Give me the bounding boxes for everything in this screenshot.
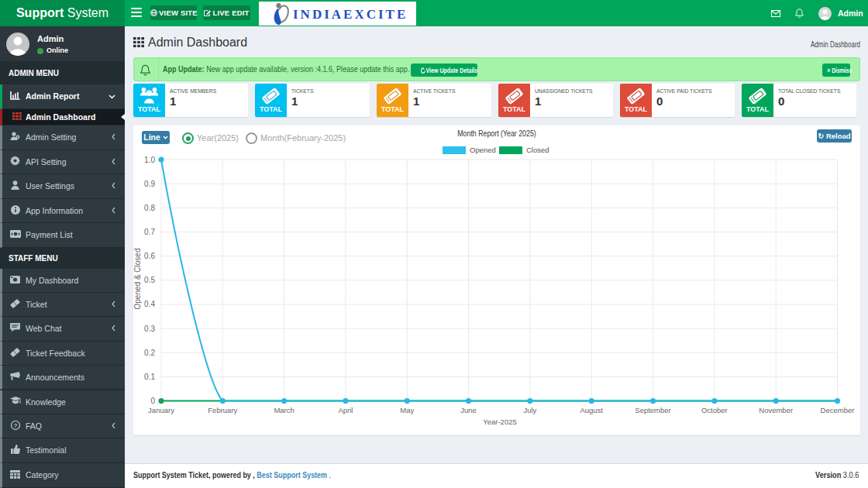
svg-text:0.1: 0.1 (144, 373, 155, 381)
svg-text:May: May (400, 406, 414, 414)
svg-text:June: June (460, 406, 477, 414)
svg-text:0.5: 0.5 (144, 276, 155, 284)
svg-text:0: 0 (150, 397, 155, 405)
svg-text:September: September (635, 406, 670, 414)
svg-text:July: July (523, 406, 536, 414)
svg-text:0.6: 0.6 (144, 252, 155, 260)
svg-text:1.0: 1.0 (144, 156, 155, 164)
svg-text:November: November (759, 406, 793, 414)
svg-text:August: August (580, 406, 603, 414)
svg-text:January: January (148, 406, 174, 414)
svg-text:0.4: 0.4 (144, 300, 155, 308)
svg-text:April: April (338, 406, 353, 414)
svg-text:February: February (208, 406, 237, 414)
svg-text:0.3: 0.3 (144, 325, 155, 333)
svg-text:October: October (701, 406, 728, 414)
svg-text:0.7: 0.7 (144, 228, 155, 236)
svg-text:0.2: 0.2 (144, 349, 155, 357)
svg-text:?: ? (13, 422, 17, 429)
svg-text:0.9: 0.9 (144, 180, 155, 188)
svg-text:Opened & Closed: Opened & Closed (133, 249, 142, 310)
svg-text:Year-2025: Year-2025 (483, 418, 517, 426)
svg-text:March: March (274, 406, 294, 414)
svg-text:0.8: 0.8 (144, 204, 155, 212)
svg-text:December: December (821, 406, 855, 414)
